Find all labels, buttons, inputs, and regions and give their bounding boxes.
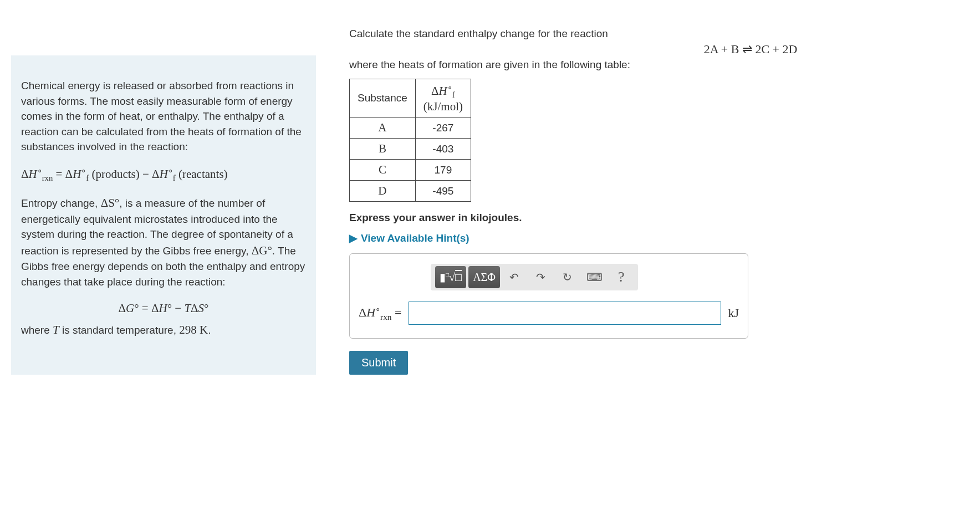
answer-unit: kJ <box>728 306 739 320</box>
answer-box: ▮□√□ ΑΣΦ ↶ ↷ ↻ ⌨ ? ΔH∘rxn = kJ <box>349 253 748 339</box>
info-panel: Chemical energy is released or absorbed … <box>11 55 316 375</box>
templates-button[interactable]: ▮□√□ <box>435 266 466 288</box>
table-row: D -495 <box>350 181 471 202</box>
reaction-equation: 2A + B ⇌ 2C + 2D <box>349 42 969 57</box>
table-header-substance: Substance <box>350 79 416 118</box>
info-paragraph-2: Entropy change, ΔS°, is a measure of the… <box>21 195 306 289</box>
info-paragraph-3: where T is standard temperature, 298 K. <box>21 321 306 338</box>
redo-button[interactable]: ↷ <box>529 266 553 288</box>
answer-label: ΔH∘rxn = <box>359 304 402 322</box>
table-row: A -267 <box>350 118 471 139</box>
answer-input[interactable] <box>409 302 722 325</box>
table-header-dhf: ΔH∘f (kJ/mol) <box>415 79 471 118</box>
question-intro-2: where the heats of formation are given i… <box>349 59 969 71</box>
templates-icon: ▮□√□ <box>440 270 462 284</box>
equation-enthalpy: ΔH∘rxn = ΔH∘f (products) − ΔH∘f (reactan… <box>21 165 306 185</box>
question-intro-1: Calculate the standard enthalpy change f… <box>349 28 969 40</box>
info-paragraph-1: Chemical energy is released or absorbed … <box>21 78 306 155</box>
keyboard-button[interactable]: ⌨ <box>582 266 607 288</box>
table-row: B -403 <box>350 139 471 160</box>
question-panel: Calculate the standard enthalpy change f… <box>349 0 969 375</box>
view-hints-button[interactable]: ▶ View Available Hint(s) <box>349 232 469 244</box>
reset-button[interactable]: ↻ <box>555 266 580 288</box>
undo-button[interactable]: ↶ <box>502 266 527 288</box>
equation-toolbar: ▮□√□ ΑΣΦ ↶ ↷ ↻ ⌨ ? <box>431 264 638 290</box>
formation-table: Substance ΔH∘f (kJ/mol) A -267 B -403 C … <box>349 79 471 202</box>
express-instruction: Express your answer in kilojoules. <box>349 212 969 224</box>
table-row: C 179 <box>350 160 471 181</box>
help-button[interactable]: ? <box>609 266 634 288</box>
equation-gibbs: ΔG° = ΔH° − TΔS° <box>21 300 306 316</box>
view-hints-label: View Available Hint(s) <box>361 232 469 244</box>
submit-button[interactable]: Submit <box>349 351 408 375</box>
greek-button[interactable]: ΑΣΦ <box>468 266 500 288</box>
chevron-right-icon: ▶ <box>349 232 358 244</box>
